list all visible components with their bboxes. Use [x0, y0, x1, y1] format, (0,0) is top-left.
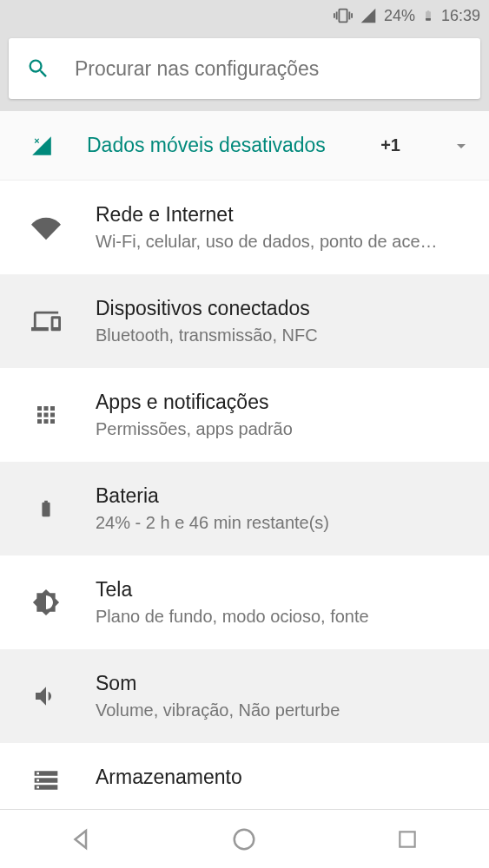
item-text: Bateria 24% - 2 h e 46 min restante(s): [96, 484, 472, 533]
item-subtitle: Bluetooth, transmissão, NFC: [96, 326, 472, 345]
item-text: Dispositivos conectados Bluetooth, trans…: [96, 297, 472, 345]
item-subtitle: Wi-Fi, celular, uso de dados, ponto de a…: [96, 232, 472, 252]
nav-recent-button[interactable]: [392, 824, 423, 855]
item-display[interactable]: Tela Plano de fundo, modo ocioso, fonte: [0, 556, 489, 649]
item-title: Tela: [96, 578, 472, 602]
item-connected-devices[interactable]: Dispositivos conectados Bluetooth, trans…: [0, 274, 489, 368]
banner-count: +1: [380, 135, 400, 155]
item-battery[interactable]: Bateria 24% - 2 h e 46 min restante(s): [0, 462, 489, 556]
item-title: Bateria: [96, 484, 472, 508]
chevron-down-icon: [451, 135, 472, 156]
item-title: Dispositivos conectados: [96, 297, 472, 320]
storage-icon: [30, 766, 63, 794]
item-storage[interactable]: Armazenamento: [0, 743, 489, 817]
item-subtitle: 24% - 2 h e 46 min restante(s): [96, 513, 472, 533]
item-title: Armazenamento: [96, 766, 472, 789]
item-text: Tela Plano de fundo, modo ocioso, fonte: [96, 578, 472, 627]
banner-title: Dados móveis desativados: [87, 134, 347, 157]
battery-row-icon: [30, 494, 63, 523]
nav-back-button[interactable]: [66, 824, 97, 855]
svg-rect-2: [400, 832, 414, 846]
item-text: Apps e notificações Permissões, apps pad…: [96, 391, 472, 439]
search-bar-container: Procurar nas configurações: [0, 31, 489, 111]
settings-list: Rede e Internet Wi-Fi, celular, uso de d…: [0, 181, 489, 868]
search-placeholder: Procurar nas configurações: [75, 57, 319, 81]
status-bar: 24% 16:39: [0, 0, 489, 31]
item-text: Armazenamento: [96, 766, 472, 794]
nav-bar: [0, 809, 489, 868]
svg-text:×: ×: [34, 135, 39, 145]
no-signal-icon: ×: [30, 135, 54, 157]
item-title: Som: [96, 672, 472, 695]
item-subtitle: Volume, vibração, Não perturbe: [96, 700, 472, 720]
battery-percent: 24%: [384, 7, 415, 25]
svg-point-1: [235, 829, 254, 849]
vibrate-icon: [334, 6, 353, 25]
item-network[interactable]: Rede e Internet Wi-Fi, celular, uso de d…: [0, 181, 489, 274]
signal-icon: [360, 7, 377, 24]
item-subtitle: Permissões, apps padrão: [96, 419, 472, 439]
item-sound[interactable]: Som Volume, vibração, Não perturbe: [0, 649, 489, 743]
battery-icon: [422, 6, 434, 25]
item-text: Rede e Internet Wi-Fi, celular, uso de d…: [96, 203, 472, 252]
wifi-icon: [30, 213, 63, 242]
item-apps[interactable]: Apps e notificações Permissões, apps pad…: [0, 368, 489, 462]
brightness-icon: [30, 589, 63, 616]
apps-icon: [30, 402, 63, 428]
search-icon: [26, 56, 50, 81]
volume-icon: [30, 682, 63, 710]
search-bar[interactable]: Procurar nas configurações: [9, 38, 480, 99]
suggestion-banner[interactable]: × Dados móveis desativados +1: [0, 111, 489, 181]
item-title: Rede e Internet: [96, 203, 472, 227]
item-subtitle: Plano de fundo, modo ocioso, fonte: [96, 607, 472, 627]
devices-icon: [30, 306, 63, 336]
clock-time: 16:39: [441, 7, 480, 25]
item-text: Som Volume, vibração, Não perturbe: [96, 672, 472, 720]
nav-home-button[interactable]: [228, 824, 260, 855]
item-title: Apps e notificações: [96, 391, 472, 414]
